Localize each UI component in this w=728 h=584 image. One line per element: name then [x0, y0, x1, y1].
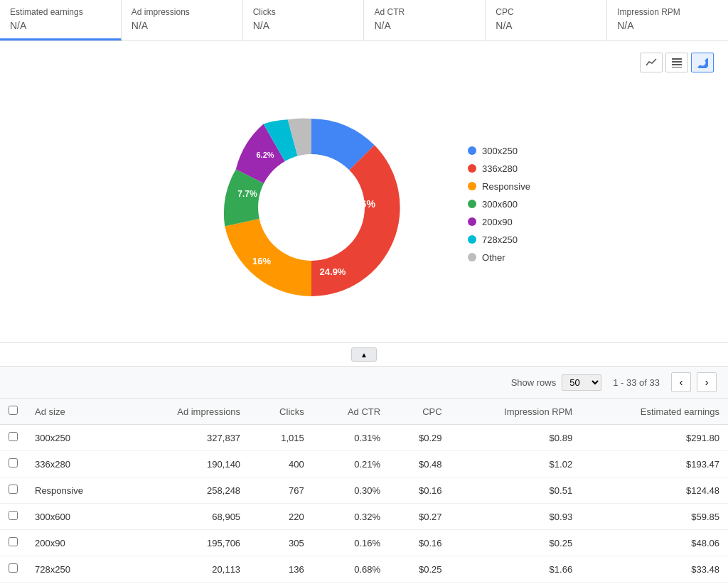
metric-item-ad-ctr[interactable]: Ad CTR N/A [364, 0, 486, 40]
svg-text:37.6%: 37.6% [347, 198, 375, 210]
cell-clicks: 220 [249, 504, 313, 530]
chart-toolbar [14, 53, 714, 72]
metric-value: N/A [496, 20, 596, 31]
table-body: 300x250 327,837 1,015 0.31% $0.29 $0.89 … [0, 425, 728, 585]
cell-clicks: 136 [249, 556, 313, 583]
select-all-header[interactable] [0, 399, 26, 425]
cell-cpc: $0.16 [389, 530, 450, 556]
cell-ad-size: 300x600 [26, 504, 127, 530]
row-checkbox-cell[interactable] [0, 556, 26, 583]
metric-item-ad-impressions[interactable]: Ad impressions N/A [122, 0, 243, 40]
metric-item-estimated-earnings[interactable]: Estimated earnings N/A [0, 0, 122, 40]
metric-value: N/A [617, 20, 718, 31]
table-row: 336x280 190,140 400 0.21% $0.48 $1.02 $1… [0, 451, 728, 477]
cell-impressions: 195,706 [127, 530, 250, 556]
chart-area: 37.6% 24.9% 16% 7.7% 6.2% 300x250 336x28… [0, 41, 728, 342]
table-header-row: Ad size Ad impressions Clicks Ad CTR CPC… [0, 399, 728, 425]
svg-text:7.7%: 7.7% [237, 189, 257, 199]
legend-item-200x90: 200x90 [468, 217, 530, 227]
cell-ctr: 0.68% [313, 556, 389, 583]
next-page-button[interactable]: › [697, 372, 717, 392]
cell-ctr: 0.30% [313, 477, 389, 504]
svg-rect-3 [672, 67, 682, 67]
svg-text:16%: 16% [252, 256, 271, 266]
donut-chart: 37.6% 24.9% 16% 7.7% 6.2% [198, 94, 425, 321]
cell-ctr: 0.31% [313, 425, 389, 451]
row-checkbox[interactable] [9, 537, 18, 546]
collapse-button[interactable]: ▲ [351, 347, 377, 362]
svg-rect-0 [672, 58, 682, 60]
legend-dot [468, 146, 476, 155]
col-ad-impressions[interactable]: Ad impressions [127, 399, 250, 425]
row-checkbox-cell[interactable] [0, 451, 26, 477]
line-chart-btn[interactable] [640, 53, 663, 72]
metric-item-cpc[interactable]: CPC N/A [486, 0, 607, 40]
cell-rpm: $0.93 [451, 504, 582, 530]
metric-item-clicks[interactable]: Clicks N/A [243, 0, 365, 40]
row-checkbox-cell[interactable] [0, 530, 26, 556]
cell-rpm: $0.51 [451, 477, 582, 504]
table-row: Responsive 258,248 767 0.30% $0.16 $0.51… [0, 477, 728, 504]
metric-label: CPC [496, 7, 596, 17]
legend-item-728x250: 728x250 [468, 234, 530, 245]
metric-item-impression-rpm[interactable]: Impression RPM N/A [607, 0, 728, 40]
metric-label: Ad impressions [132, 7, 232, 17]
svg-point-4 [697, 58, 707, 67]
table-chart-btn[interactable] [665, 53, 688, 72]
legend-dot [468, 200, 476, 208]
row-checkbox[interactable] [9, 432, 18, 441]
row-checkbox[interactable] [9, 511, 18, 520]
row-checkbox[interactable] [9, 458, 18, 467]
cell-earnings: $124.48 [581, 477, 728, 504]
cell-earnings: $33.48 [581, 556, 728, 583]
legend-dot [468, 235, 476, 244]
donut-chart-btn[interactable] [691, 53, 714, 72]
cell-clicks: 305 [249, 530, 313, 556]
row-checkbox[interactable] [9, 485, 18, 494]
legend-label: 300x250 [482, 146, 518, 156]
table-section: Show rows 50 25 100 1 - 33 of 33 ‹ › Ad … [0, 366, 728, 584]
metric-value: N/A [132, 20, 232, 31]
svg-text:24.9%: 24.9% [320, 266, 346, 277]
metric-label: Impression RPM [617, 7, 718, 17]
cell-rpm: $0.89 [451, 425, 582, 451]
row-checkbox-cell[interactable] [0, 425, 26, 451]
col-impression-rpm[interactable]: Impression RPM [451, 399, 582, 425]
cell-ctr: 0.32% [313, 504, 389, 530]
row-checkbox[interactable] [9, 563, 18, 573]
cell-impressions: 190,140 [127, 451, 250, 477]
rows-per-page-select[interactable]: 50 25 100 [562, 374, 601, 391]
table-row: 200x90 195,706 305 0.16% $0.16 $0.25 $48… [0, 530, 728, 556]
select-all-checkbox[interactable] [9, 406, 18, 415]
col-ad-ctr[interactable]: Ad CTR [313, 399, 389, 425]
cell-impressions: 68,905 [127, 504, 250, 530]
metric-value: N/A [10, 20, 111, 31]
cell-clicks: 1,015 [249, 425, 313, 451]
cell-cpc: $0.27 [389, 504, 450, 530]
table-row: 300x600 68,905 220 0.32% $0.27 $0.93 $59… [0, 504, 728, 530]
show-rows-label: Show rows [511, 377, 557, 388]
col-clicks[interactable]: Clicks [249, 399, 313, 425]
row-checkbox-cell[interactable] [0, 504, 26, 530]
legend-item-300x250: 300x250 [468, 146, 530, 156]
metric-value: N/A [374, 20, 475, 31]
chart-container: 37.6% 24.9% 16% 7.7% 6.2% 300x250 336x28… [14, 80, 714, 335]
cell-earnings: $291.80 [581, 425, 728, 451]
col-estimated-earnings[interactable]: Estimated earnings [581, 399, 728, 425]
cell-impressions: 258,248 [127, 477, 250, 504]
row-checkbox-cell[interactable] [0, 477, 26, 504]
col-cpc[interactable]: CPC [389, 399, 450, 425]
cell-ctr: 0.21% [313, 451, 389, 477]
legend-label: Other [482, 252, 505, 263]
prev-page-button[interactable]: ‹ [671, 372, 691, 392]
cell-rpm: $1.02 [451, 451, 582, 477]
collapse-arrow-icon: ▲ [360, 351, 368, 359]
legend-label: Responsive [482, 181, 530, 192]
svg-text:6.2%: 6.2% [256, 151, 274, 159]
cell-rpm: $1.66 [451, 556, 582, 583]
legend-dot [468, 253, 476, 261]
cell-earnings: $48.06 [581, 530, 728, 556]
cell-ad-size: 300x250 [26, 425, 127, 451]
col-ad-size[interactable]: Ad size [26, 399, 127, 425]
metric-label: Clicks [253, 7, 354, 17]
